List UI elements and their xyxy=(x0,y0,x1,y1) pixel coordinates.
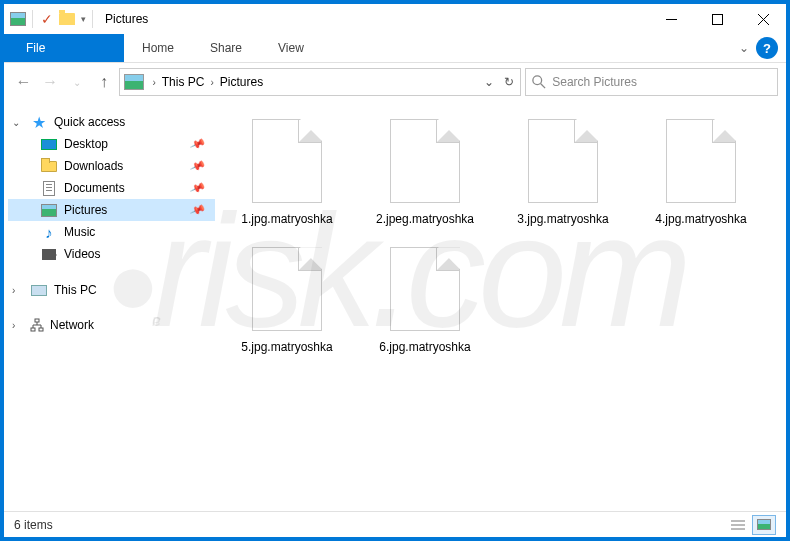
window-title: Pictures xyxy=(105,12,148,26)
file-item[interactable]: 4.jpg.matryoshka xyxy=(641,119,761,227)
search-placeholder: Search Pictures xyxy=(552,75,637,89)
monitor-icon xyxy=(40,136,58,152)
address-bar[interactable]: › This PC › Pictures ⌄ ↻ xyxy=(119,68,521,96)
file-item[interactable]: 6.jpg.matryoshka xyxy=(365,247,485,355)
forward-button[interactable]: → xyxy=(39,73,62,91)
file-icon xyxy=(390,247,460,331)
search-icon xyxy=(532,75,546,89)
app-icon xyxy=(10,12,26,26)
file-icon xyxy=(252,119,322,203)
chevron-right-icon[interactable]: › xyxy=(210,77,213,88)
file-name: 3.jpg.matryoshka xyxy=(503,211,623,227)
sidebar-item-documents[interactable]: Documents 📌 xyxy=(8,177,215,199)
explorer-window: ●PCrisk.com ✓ ▾ Pictures File Home Share… xyxy=(4,4,786,537)
file-item[interactable]: 2.jpeg.matryoshka xyxy=(365,119,485,227)
chevron-right-icon[interactable]: › xyxy=(152,77,155,88)
back-button[interactable]: ← xyxy=(12,73,35,91)
address-dropdown-icon[interactable]: ⌄ xyxy=(484,75,494,89)
crumb-thispc[interactable]: This PC xyxy=(162,75,205,89)
file-item[interactable]: 5.jpg.matryoshka xyxy=(227,247,347,355)
file-name: 6.jpg.matryoshka xyxy=(365,339,485,355)
item-count: 6 items xyxy=(14,518,53,532)
refresh-icon[interactable]: ↻ xyxy=(504,75,514,89)
picture-icon xyxy=(40,202,58,218)
sidebar-item-music[interactable]: ♪ Music xyxy=(8,221,215,243)
qat-properties-icon[interactable]: ✓ xyxy=(39,11,55,27)
location-icon xyxy=(124,74,144,90)
pin-icon: 📌 xyxy=(189,179,207,196)
quickaccess-label: Quick access xyxy=(54,115,125,129)
file-icon xyxy=(252,247,322,331)
file-item[interactable]: 1.jpg.matryoshka xyxy=(227,119,347,227)
crumb-pictures[interactable]: Pictures xyxy=(220,75,263,89)
svg-point-4 xyxy=(533,76,542,85)
tab-share[interactable]: Share xyxy=(192,34,260,62)
file-icon xyxy=(390,119,460,203)
tab-home[interactable]: Home xyxy=(124,34,192,62)
close-button[interactable] xyxy=(740,4,786,34)
video-icon xyxy=(40,246,58,262)
pin-icon: 📌 xyxy=(189,135,207,152)
star-icon: ★ xyxy=(30,114,48,130)
navigation-bar: ← → ⌄ ↑ › This PC › Pictures ⌄ ↻ Search … xyxy=(4,63,786,101)
search-box[interactable]: Search Pictures xyxy=(525,68,778,96)
maximize-button[interactable] xyxy=(694,4,740,34)
sidebar-quickaccess[interactable]: ⌄ ★ Quick access xyxy=(8,111,215,133)
pc-icon xyxy=(30,282,48,298)
pin-icon: 📌 xyxy=(189,157,207,174)
files-pane[interactable]: 1.jpg.matryoshka2.jpeg.matryoshka3.jpg.m… xyxy=(219,101,786,511)
svg-rect-8 xyxy=(39,328,43,331)
sidebar-item-pictures[interactable]: Pictures 📌 xyxy=(8,199,215,221)
pin-icon: 📌 xyxy=(189,201,207,218)
network-icon xyxy=(30,318,44,332)
details-view-button[interactable] xyxy=(726,515,750,535)
sidebar-item-videos[interactable]: Videos xyxy=(8,243,215,265)
status-bar: 6 items xyxy=(4,511,786,537)
help-button[interactable]: ? xyxy=(756,37,778,59)
svg-line-5 xyxy=(541,84,545,88)
sidebar-item-desktop[interactable]: Desktop 📌 xyxy=(8,133,215,155)
file-icon xyxy=(666,119,736,203)
recent-locations-icon[interactable]: ⌄ xyxy=(66,77,89,88)
file-name: 4.jpg.matryoshka xyxy=(641,211,761,227)
tab-view[interactable]: View xyxy=(260,34,322,62)
ribbon-tabs: File Home Share View ⌄ ? xyxy=(4,34,786,63)
file-name: 1.jpg.matryoshka xyxy=(227,211,347,227)
file-item[interactable]: 3.jpg.matryoshka xyxy=(503,119,623,227)
svg-rect-7 xyxy=(31,328,35,331)
file-name: 2.jpeg.matryoshka xyxy=(365,211,485,227)
chevron-down-icon[interactable]: ⌄ xyxy=(12,117,24,128)
file-icon xyxy=(528,119,598,203)
expand-ribbon-icon[interactable]: ⌄ xyxy=(732,34,756,62)
music-icon: ♪ xyxy=(40,224,58,240)
sidebar-item-downloads[interactable]: Downloads 📌 xyxy=(8,155,215,177)
file-name: 5.jpg.matryoshka xyxy=(227,339,347,355)
sidebar-network[interactable]: › Network xyxy=(8,315,215,335)
document-icon xyxy=(40,180,58,196)
chevron-right-icon[interactable]: › xyxy=(12,285,24,296)
qat-customize-icon[interactable]: ▾ xyxy=(81,14,86,24)
minimize-button[interactable] xyxy=(648,4,694,34)
svg-rect-6 xyxy=(35,319,39,322)
up-button[interactable]: ↑ xyxy=(93,73,116,91)
title-bar: ✓ ▾ Pictures xyxy=(4,4,786,34)
svg-rect-1 xyxy=(712,14,722,24)
navigation-pane: ⌄ ★ Quick access Desktop 📌 Downloads 📌 D… xyxy=(4,101,219,511)
chevron-right-icon[interactable]: › xyxy=(12,320,24,331)
file-tab[interactable]: File xyxy=(4,34,124,62)
qat-newfolder-icon[interactable] xyxy=(59,11,75,27)
thumbnails-view-button[interactable] xyxy=(752,515,776,535)
sidebar-thispc[interactable]: › This PC xyxy=(8,279,215,301)
folder-icon xyxy=(40,158,58,174)
